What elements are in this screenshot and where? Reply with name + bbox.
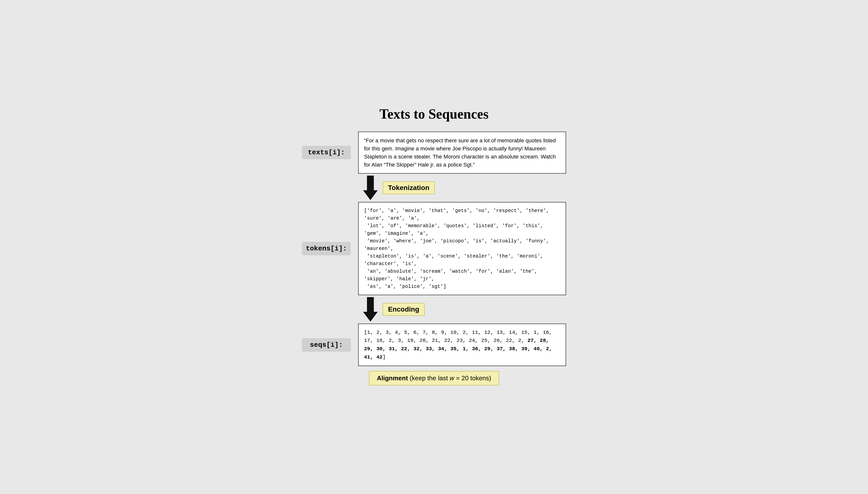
seqs-row: seqs[i]: [1, 2, 3, 4, 5, 6, 7, 8, 9, 10,… (302, 324, 566, 366)
arrow-shaft-1 (367, 176, 374, 190)
encoding-arrow-container: Encoding (358, 297, 566, 322)
alignment-equals: = 20 tokens) (454, 375, 491, 382)
encoding-label: Encoding (383, 303, 425, 316)
tokens-pre: ['for', 'a', 'movie', 'that', 'gets', 'n… (364, 207, 560, 290)
texts-content: “For a movie that gets no respect there … (358, 132, 566, 174)
slide-container: Texts to Sequences texts[i]: “For a movi… (287, 96, 581, 398)
alignment-normal: (keep the last (408, 375, 450, 382)
texts-label: texts[i]: (302, 146, 351, 159)
alignment-bold: Alignment (377, 375, 408, 382)
content-area: texts[i]: “For a movie that gets no resp… (302, 132, 566, 385)
tokenization-arrow (363, 176, 378, 200)
tokens-row: tokens[i]: ['for', 'a', 'movie', 'that',… (302, 202, 566, 295)
tokenization-arrow-container: Tokenization (358, 176, 566, 200)
tokenization-arrow-row: Tokenization (302, 176, 566, 200)
arrow-shaft-2 (367, 297, 374, 312)
texts-row: texts[i]: “For a movie that gets no resp… (302, 132, 566, 174)
encoding-arrow-row: Encoding (302, 297, 566, 322)
alignment-box: Alignment (keep the last w = 20 tokens) (369, 371, 499, 385)
seqs-end: ] (383, 354, 386, 360)
arrow-head-1 (363, 190, 378, 200)
tokens-content: ['for', 'a', 'movie', 'that', 'gets', 'n… (358, 202, 566, 295)
alignment-w: w (450, 375, 454, 382)
seqs-content: [1, 2, 3, 4, 5, 6, 7, 8, 9, 10, 2, 11, 1… (358, 324, 566, 366)
encoding-arrow (363, 297, 378, 322)
seqs-label: seqs[i]: (302, 338, 351, 352)
alignment-row: Alignment (keep the last w = 20 tokens) (302, 371, 566, 385)
tokens-label: tokens[i]: (302, 242, 351, 255)
tokenization-label: Tokenization (383, 182, 435, 194)
arrow-head-2 (363, 312, 378, 322)
page-title: Texts to Sequences (302, 106, 566, 122)
seqs-normal-part: [1, 2, 3, 4, 5, 6, 7, 8, 9, 10, 2, 11, 1… (364, 330, 552, 344)
